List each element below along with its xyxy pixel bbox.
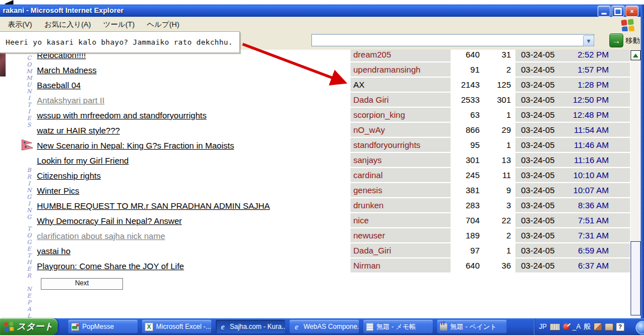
topic-link[interactable]: Why Democracy Fail in Nepal? Answer bbox=[37, 216, 182, 226]
window-controls: × bbox=[598, 6, 638, 17]
counts-cell: 64036 bbox=[451, 259, 515, 272]
keyboard-icon[interactable] bbox=[550, 323, 560, 331]
datetime-cell: 03-24-0510:07 AM bbox=[515, 183, 630, 197]
username-cell[interactable]: genesis bbox=[351, 183, 451, 197]
topic-link[interactable]: Lookin for my Girl Friend bbox=[37, 156, 129, 165]
window-right-border bbox=[641, 4, 644, 318]
views-count: 189 bbox=[451, 231, 480, 240]
scrollbar-thumb[interactable] bbox=[631, 241, 641, 315]
go-button[interactable]: → bbox=[609, 34, 623, 47]
username-cell[interactable]: newuser bbox=[351, 228, 451, 242]
post-date: 03-24-05 bbox=[521, 80, 555, 89]
topic-link[interactable]: watz ur HAIR style??? bbox=[37, 126, 120, 135]
username-cell[interactable]: upendramansingh bbox=[351, 63, 451, 76]
post-date: 03-24-05 bbox=[521, 261, 555, 270]
replies-count: 125 bbox=[480, 80, 511, 89]
post-date: 03-24-05 bbox=[521, 65, 555, 74]
views-count: 301 bbox=[451, 155, 480, 165]
topic-link[interactable]: Playgroun: Come Share the JOY of Life bbox=[37, 261, 184, 271]
sphere-icon[interactable] bbox=[636, 321, 644, 334]
post-time: 1:57 PM bbox=[577, 65, 630, 74]
topic-link[interactable]: Baseball 04 bbox=[37, 80, 80, 90]
counts-cell: 64031 bbox=[451, 50, 515, 61]
username-cell[interactable]: nO_wAy bbox=[351, 123, 451, 137]
maximize-button[interactable] bbox=[612, 6, 624, 17]
topic-link[interactable]: HUMBLE REQUEST TO MR.r SAN PRADHAN ADMIN… bbox=[37, 201, 270, 210]
table-row: sanjays3011303-24-0511:16 AM bbox=[351, 153, 630, 167]
username-cell[interactable]: standforyourrights bbox=[351, 138, 451, 152]
table-row: Nirman6403603-24-056:37 AM bbox=[351, 259, 630, 272]
topic-row: Playgroun: Come Share the JOY of Life bbox=[37, 259, 350, 274]
address-input[interactable] bbox=[311, 34, 594, 46]
taskbar-button-paint[interactable]: 無題 - ペイント bbox=[437, 320, 506, 333]
counts-cell: 912 bbox=[451, 63, 515, 76]
username-cell[interactable]: AX bbox=[351, 78, 451, 92]
table-row: scorpion_king63103-24-0512:48 PM bbox=[351, 108, 630, 122]
topic-link[interactable]: New Scenario in Nepal: King G?s Fraction… bbox=[37, 141, 234, 150]
username-cell[interactable]: cardinal bbox=[351, 168, 451, 182]
username-cell[interactable]: scorpion_king bbox=[351, 108, 451, 122]
username-cell[interactable]: dream205 bbox=[351, 50, 451, 61]
address-dropdown-icon[interactable]: ▼ bbox=[583, 35, 594, 46]
topic-link[interactable]: wssup with mrfreedom and standforyourrig… bbox=[37, 111, 206, 120]
menu-item[interactable]: ツール(T) bbox=[103, 20, 135, 30]
taskbar-button-popmesse[interactable]: PopMesse bbox=[68, 320, 138, 333]
mouse-ball-icon[interactable] bbox=[563, 323, 570, 330]
topic-link[interactable]: Winter Pics bbox=[37, 186, 79, 195]
scrollbar-track[interactable] bbox=[631, 50, 641, 318]
taskbar: スタート PopMesseXMicrosoft Excel -...eSajha… bbox=[0, 318, 644, 335]
toolbox-icon[interactable] bbox=[605, 323, 613, 331]
go-label[interactable]: 移動 bbox=[626, 36, 640, 46]
start-button[interactable]: スタート bbox=[0, 318, 58, 335]
taskbar-button-excel[interactable]: XMicrosoft Excel -... bbox=[142, 320, 211, 333]
start-label: スタート bbox=[17, 321, 53, 333]
menu-item[interactable]: ヘルプ(H) bbox=[147, 20, 179, 30]
post-time: 7:31 AM bbox=[578, 231, 630, 240]
username-cell[interactable]: drunken bbox=[351, 198, 451, 212]
menu-item[interactable]: お気に入り(A) bbox=[44, 20, 91, 30]
window-title: rakani - Microsoft Internet Explorer bbox=[3, 6, 124, 15]
taskbar-button-ie[interactable]: eWebAS Compone... bbox=[290, 320, 359, 333]
tray-label[interactable]: 般 bbox=[584, 322, 591, 332]
post-time: 11:46 AM bbox=[574, 140, 630, 150]
datetime-cell: 03-24-0512:50 PM bbox=[515, 93, 630, 107]
minimize-button[interactable] bbox=[598, 6, 610, 17]
scroll-up-button[interactable] bbox=[631, 50, 641, 60]
taskbar-button-label: Microsoft Excel -... bbox=[156, 323, 211, 331]
paint-icon bbox=[440, 323, 447, 331]
table-row: Dada Giri253330103-24-0512:50 PM bbox=[351, 93, 630, 107]
brush-icon[interactable] bbox=[594, 323, 602, 331]
post-date: 03-24-05 bbox=[521, 170, 555, 180]
taskbar-button-notepad[interactable]: 無題 - メモ帳 bbox=[363, 320, 433, 333]
excel-icon: X bbox=[145, 323, 153, 331]
topic-link[interactable]: yastai ho bbox=[37, 246, 70, 256]
taskbar-button-label: 無題 - メモ帳 bbox=[376, 322, 416, 332]
tray-label[interactable]: _A bbox=[572, 323, 581, 331]
username-cell[interactable]: Dada Giri bbox=[351, 93, 451, 107]
counts-cell: 3819 bbox=[451, 183, 515, 197]
topic-link[interactable]: clarification about sajha nick name bbox=[37, 231, 165, 241]
topic-row: yastai ho bbox=[37, 243, 350, 259]
topic-link[interactable]: Antakshyari part II bbox=[37, 95, 105, 105]
tray-label[interactable]: JP bbox=[539, 323, 547, 331]
taskbar-button-label: Sajha.com - Kura... bbox=[230, 323, 285, 331]
counts-cell: 2833 bbox=[451, 198, 515, 212]
username-cell[interactable]: sanjays bbox=[351, 153, 451, 167]
taskbar-button-label: 無題 - ペイント bbox=[450, 322, 497, 332]
views-count: 640 bbox=[451, 50, 480, 59]
username-cell[interactable]: Dada_Giri bbox=[351, 243, 451, 257]
taskbar-button-ie[interactable]: eSajha.com - Kura... bbox=[216, 320, 285, 333]
counts-cell: 2143125 bbox=[451, 78, 515, 92]
topic-row: Baseball 04 bbox=[37, 78, 350, 93]
topic-link[interactable]: Citizenship rights bbox=[37, 171, 101, 180]
topic-link[interactable]: March Madness bbox=[37, 65, 97, 75]
topic-row: wssup with mrfreedom and standforyourrig… bbox=[37, 108, 350, 123]
next-button[interactable]: Next bbox=[41, 278, 123, 290]
replies-count: 22 bbox=[480, 216, 511, 225]
post-date: 03-24-05 bbox=[521, 50, 555, 59]
help-icon[interactable]: ? bbox=[616, 323, 624, 331]
close-button[interactable]: × bbox=[626, 6, 638, 17]
menu-item[interactable]: 表示(V) bbox=[8, 20, 32, 30]
username-cell[interactable]: nice bbox=[351, 213, 451, 227]
username-cell[interactable]: Nirman bbox=[351, 259, 451, 272]
